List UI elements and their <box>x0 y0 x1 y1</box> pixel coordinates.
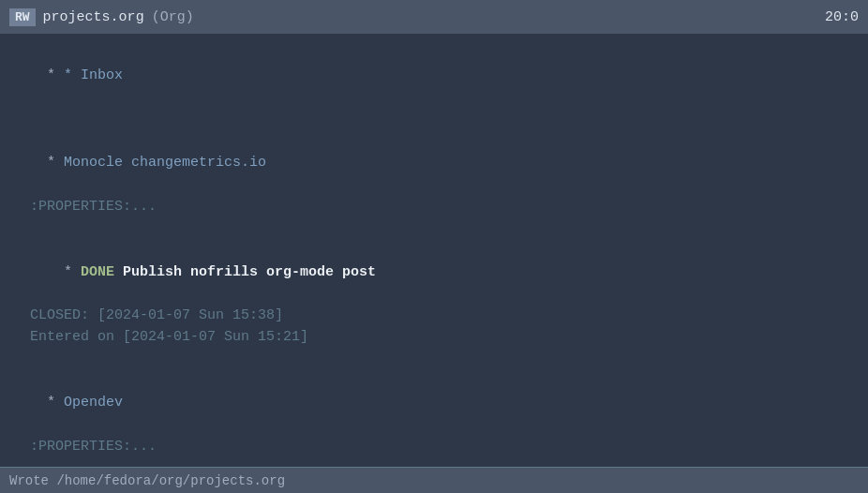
monocle-star: * <box>47 264 81 280</box>
status-text: Wrote /home/fedora/org/projects.org <box>9 473 285 488</box>
line-col: 20:0 <box>825 9 859 25</box>
header-bar: RW projects.org (Org) 20:0 <box>0 0 868 34</box>
opendev-properties: :PROPERTIES:... <box>13 436 855 457</box>
empty-line-3 <box>13 349 855 370</box>
inbox-heading-line: * * Inbox <box>13 43 855 109</box>
rw-badge: RW <box>9 8 36 26</box>
star-1: * <box>47 67 64 83</box>
done-keyword: DONE <box>81 264 114 280</box>
org-type: (Org) <box>152 9 194 25</box>
monocle-properties: :PROPERTIES:... <box>13 196 855 217</box>
monocle-task-title: Publish nofrills org-mode post <box>114 264 376 280</box>
monocle-task-line: * DONE Publish nofrills org-mode post <box>13 239 855 305</box>
monocle-heading-line: * Monocle changemetrics.io <box>13 130 855 196</box>
opendev-heading-line: * Opendev <box>13 370 855 436</box>
star-2: * <box>47 155 64 171</box>
empty-line-2 <box>13 217 855 239</box>
monocle-heading: Monocle changemetrics.io <box>64 155 266 171</box>
monocle-closed: CLOSED: [2024-01-07 Sun 15:38] <box>13 305 855 326</box>
star-3: * <box>47 395 64 411</box>
inbox-heading: * Inbox <box>64 67 123 83</box>
monocle-entered: Entered on [2024-01-07 Sun 15:21] <box>13 326 855 348</box>
opendev-heading: Opendev <box>64 395 123 411</box>
status-bar: Wrote /home/fedora/org/projects.org <box>0 467 868 493</box>
empty-line-1 <box>13 109 855 130</box>
header-left: RW projects.org (Org) <box>9 8 194 26</box>
content-area: * * Inbox * Monocle changemetrics.io :PR… <box>0 34 868 493</box>
filename: projects.org <box>43 9 144 25</box>
